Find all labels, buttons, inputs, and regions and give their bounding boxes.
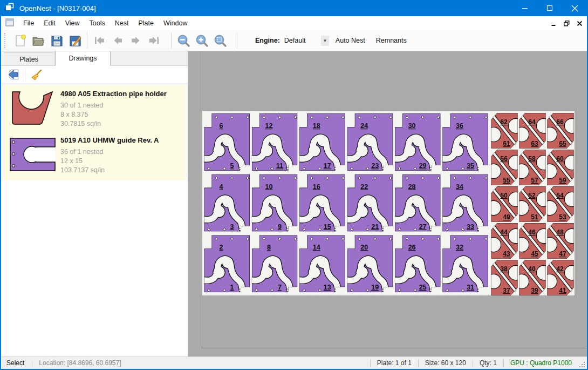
app-window: OpenNest - [N0317-004] File Edit View To… [0, 0, 588, 370]
menu-view[interactable]: View [60, 17, 85, 29]
engine-select[interactable]: Default [284, 37, 321, 44]
svg-text:38: 38 [500, 265, 508, 273]
svg-text:40: 40 [528, 265, 536, 273]
svg-text:59: 59 [559, 177, 566, 184]
mdi-close-icon[interactable] [574, 18, 585, 28]
maximize-button-icon[interactable] [537, 0, 562, 16]
svg-text:21: 21 [371, 223, 379, 231]
svg-text:64: 64 [528, 118, 536, 126]
drawing-area: 30.7815 sq/in [60, 119, 167, 129]
svg-text:29: 29 [419, 162, 427, 170]
go-last-icon[interactable] [145, 32, 163, 49]
remnants-button[interactable]: Remnants [372, 34, 411, 47]
svg-text:63: 63 [531, 140, 538, 147]
mdi-document-icon[interactable] [5, 18, 14, 29]
save-icon[interactable] [47, 32, 66, 49]
new-file-icon[interactable] [11, 32, 29, 49]
svg-text:43: 43 [503, 250, 510, 258]
svg-text:17: 17 [324, 162, 331, 170]
resize-grip[interactable] [578, 361, 586, 368]
svg-text:25: 25 [419, 284, 427, 291]
status-bar: Select Location: [84.8696, 60.6957] Plat… [1, 356, 587, 369]
svg-text:24: 24 [360, 122, 368, 130]
svg-text:44: 44 [500, 228, 508, 236]
svg-text:31: 31 [467, 284, 474, 291]
plate-sheet[interactable]: 6512111817242330293635431091615222128273… [202, 111, 575, 295]
svg-text:36: 36 [456, 122, 463, 130]
svg-text:3: 3 [230, 223, 234, 231]
svg-text:20: 20 [360, 244, 368, 251]
svg-text:23: 23 [371, 162, 379, 170]
open-file-icon[interactable] [29, 32, 47, 49]
mdi-restore-icon[interactable] [561, 18, 572, 28]
svg-text:48: 48 [556, 228, 564, 236]
svg-text:13: 13 [324, 284, 331, 291]
zoom-out-icon[interactable] [174, 32, 193, 49]
menu-file[interactable]: File [18, 17, 39, 29]
mdi-minimize-icon[interactable] [548, 18, 559, 28]
zoom-in-icon[interactable] [193, 32, 211, 49]
menu-plate[interactable]: Plate [133, 17, 159, 29]
svg-text:61: 61 [503, 140, 510, 147]
engine-dropdown-icon[interactable]: ▼ [321, 36, 329, 46]
go-next-icon[interactable] [127, 32, 145, 49]
part-thumbnail-red [5, 89, 60, 129]
svg-text:57: 57 [531, 177, 538, 184]
svg-text:65: 65 [559, 140, 566, 147]
svg-text:54: 54 [556, 192, 564, 199]
svg-text:58: 58 [528, 155, 536, 163]
svg-text:35: 35 [467, 162, 474, 170]
svg-text:12: 12 [265, 122, 272, 130]
zoom-fit-icon[interactable] [211, 32, 229, 49]
svg-text:1: 1 [230, 284, 234, 291]
close-button-icon[interactable] [562, 0, 587, 16]
part-thumbnail-purple [5, 135, 60, 175]
svg-text:22: 22 [360, 183, 368, 191]
go-first-icon[interactable] [90, 32, 108, 49]
svg-text:10: 10 [265, 183, 272, 191]
sidebar-toolbar [1, 66, 188, 84]
sidebar: Plates Drawings [1, 51, 188, 356]
go-previous-icon[interactable] [108, 32, 127, 49]
svg-text:47: 47 [559, 250, 566, 258]
svg-text:30: 30 [408, 122, 416, 130]
svg-text:19: 19 [371, 284, 379, 291]
drawing-item-extraction-pipe-holder[interactable]: 4980 A05 Extraction pipe holder 30 of 1 … [5, 89, 183, 129]
svg-text:52: 52 [528, 192, 536, 199]
svg-text:9: 9 [278, 223, 282, 231]
engine-label: Engine: [255, 37, 280, 44]
nest-canvas[interactable]: 6512111817242330293635431091615222128273… [188, 51, 587, 356]
clear-broom-icon[interactable] [29, 68, 45, 83]
svg-text:56: 56 [500, 155, 508, 163]
svg-text:66: 66 [556, 118, 564, 126]
svg-text:51: 51 [531, 213, 538, 221]
svg-text:4: 4 [220, 183, 223, 191]
menu-nest[interactable]: Nest [110, 17, 134, 29]
svg-text:16: 16 [313, 183, 320, 191]
minimize-button-icon[interactable] [512, 0, 537, 16]
menu-window[interactable]: Window [159, 17, 192, 29]
title-bar: OpenNest - [N0317-004] [1, 0, 587, 16]
sidebar-tabstrip: Plates Drawings [1, 51, 188, 66]
svg-text:53: 53 [559, 213, 566, 221]
toolbar-grip[interactable] [4, 33, 8, 48]
svg-text:8: 8 [267, 244, 271, 251]
menu-tools[interactable]: Tools [85, 17, 110, 29]
svg-text:26: 26 [408, 244, 416, 251]
tab-plates[interactable]: Plates [3, 52, 55, 65]
import-arrow-icon[interactable] [5, 68, 22, 83]
drawing-nested-count: 30 of 1 nested [60, 101, 167, 110]
save-as-icon[interactable] [66, 32, 84, 49]
status-plate-count: Plate: 1 of 1 [371, 359, 418, 367]
svg-text:18: 18 [313, 122, 320, 130]
menu-edit[interactable]: Edit [39, 17, 60, 29]
svg-text:42: 42 [556, 265, 564, 273]
drawing-item-uhmw-guide[interactable]: 5019 A10 UHMW guide Rev. A 36 of 1 neste… [5, 135, 183, 175]
svg-text:15: 15 [324, 223, 331, 231]
status-mode: Select [1, 359, 32, 367]
tab-drawings[interactable]: Drawings [55, 51, 111, 66]
drawing-size: 12 x 15 [60, 157, 159, 166]
menu-bar: File Edit View Tools Nest Plate Window [1, 16, 587, 30]
svg-text:6: 6 [220, 122, 223, 130]
auto-nest-button[interactable]: Auto Nest [331, 34, 370, 47]
